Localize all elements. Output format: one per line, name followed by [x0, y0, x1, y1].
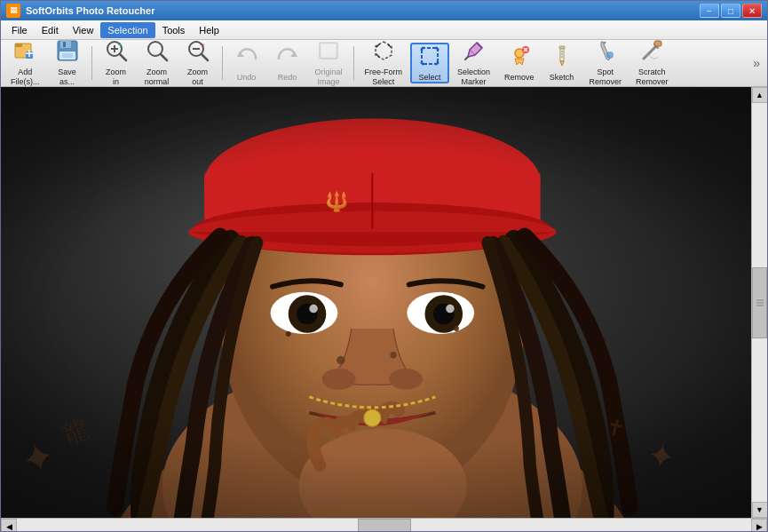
sep-1 [91, 46, 92, 80]
zoom-in-icon: + [105, 39, 128, 66]
maximize-button[interactable]: □ [721, 4, 740, 18]
original-image-label: OriginalImage [315, 67, 343, 87]
save-as-button[interactable]: Saveas... [48, 43, 87, 83]
toolbar: AddFile(s)... Saveas... [1, 40, 767, 87]
svg-rect-1 [15, 44, 22, 47]
undo-icon [235, 44, 258, 71]
spot-remover-icon [594, 39, 617, 66]
selection-marker-button[interactable]: SelectionMarker [451, 43, 496, 83]
svg-rect-7 [63, 42, 66, 47]
add-files-label: AddFile(s)... [11, 67, 40, 87]
original-image-icon [317, 39, 340, 66]
redo-button[interactable]: Redo [268, 43, 307, 83]
content-area: 🔱 [1, 87, 767, 518]
svg-line-16 [161, 54, 167, 60]
svg-line-19 [202, 54, 208, 60]
svg-rect-9 [62, 53, 73, 58]
scroll-track-horizontal[interactable] [17, 519, 751, 532]
zoom-normal-button[interactable]: Zoomnormal [138, 43, 177, 83]
canvas-image: 🔱 [1, 87, 751, 518]
menu-file[interactable]: File [4, 22, 35, 38]
undo-button[interactable]: Undo [227, 43, 266, 83]
sketch-button[interactable]: Sketch [542, 43, 582, 83]
select-label: Select [419, 73, 441, 83]
scroll-thumb-vertical[interactable] [752, 267, 767, 338]
svg-rect-24 [321, 44, 336, 57]
scratch-remover-button[interactable]: ScratchRemover [629, 43, 675, 83]
sketch-label: Sketch [550, 73, 574, 83]
svg-line-13 [120, 54, 126, 60]
save-as-label: Saveas... [58, 67, 76, 87]
menu-edit[interactable]: Edit [35, 22, 66, 38]
scroll-grip [756, 299, 764, 306]
scroll-down-button[interactable]: ▼ [752, 502, 768, 518]
menu-selection[interactable]: Selection [100, 22, 154, 38]
zoom-normal-label: Zoomnormal [145, 67, 170, 87]
app-title: SoftOrbits Photo Retoucher [26, 5, 154, 16]
horizontal-scrollbar[interactable]: ◀ ▶ [1, 518, 767, 532]
spot-remover-label: SpotRemover [590, 67, 622, 87]
sep-2 [222, 46, 223, 80]
spot-remover-button[interactable]: SpotRemover [583, 43, 629, 83]
menu-view[interactable]: View [66, 22, 101, 38]
svg-rect-25 [422, 48, 438, 64]
scroll-up-button[interactable]: ▲ [752, 87, 768, 103]
free-form-select-label: Free-FormSelect [365, 67, 403, 87]
photo-canvas[interactable]: 🔱 [1, 87, 751, 518]
sketch-icon [550, 44, 574, 71]
zoom-in-label: Zoomin [106, 67, 126, 87]
select-icon [418, 44, 441, 71]
svg-text:−: − [200, 40, 204, 49]
zoom-out-button[interactable]: − Zoomout [178, 43, 218, 83]
close-button[interactable]: ✕ [742, 4, 762, 18]
scroll-left-button[interactable]: ◀ [1, 519, 17, 533]
zoom-out-icon: − [186, 39, 210, 66]
undo-label: Undo [237, 73, 257, 83]
title-bar: 🖼 SoftOrbits Photo Retoucher − □ ✕ [1, 1, 767, 20]
toolbar-expand[interactable]: » [749, 54, 764, 72]
save-as-icon [56, 39, 79, 66]
svg-rect-45 [654, 41, 661, 46]
original-image-button[interactable]: OriginalImage [309, 43, 349, 83]
add-files-button[interactable]: AddFile(s)... [4, 43, 46, 83]
menu-bar: File Edit View Selection Tools Help [1, 20, 767, 40]
select-button[interactable]: Select [410, 43, 449, 83]
scroll-right-button[interactable]: ▶ [751, 519, 767, 533]
remove-label: Remove [504, 73, 534, 83]
add-files-icon [13, 39, 36, 66]
scroll-thumb-horizontal[interactable] [358, 519, 411, 532]
redo-icon [276, 44, 299, 71]
app-icon: 🖼 [6, 4, 20, 18]
zoom-in-button[interactable]: + Zoomin [97, 43, 136, 83]
svg-text:+: + [118, 41, 123, 49]
minimize-button[interactable]: − [700, 4, 719, 18]
sep-3 [353, 46, 354, 80]
scratch-remover-label: ScratchRemover [636, 67, 669, 87]
selection-marker-label: SelectionMarker [457, 67, 490, 87]
menu-help[interactable]: Help [192, 22, 226, 38]
free-form-select-button[interactable]: Free-FormSelect [359, 43, 409, 83]
zoom-out-label: Zoomout [187, 67, 208, 87]
window-controls: − □ ✕ [700, 4, 762, 18]
scratch-remover-icon [640, 39, 663, 66]
zoom-normal-icon [146, 39, 169, 66]
remove-button[interactable]: Remove [498, 43, 541, 83]
svg-marker-40 [560, 61, 564, 66]
vertical-scrollbar[interactable]: ▲ ▼ [751, 87, 767, 518]
scroll-track-vertical[interactable] [752, 103, 767, 502]
redo-label: Redo [278, 73, 297, 83]
remove-icon [508, 44, 531, 71]
free-form-select-icon [372, 39, 395, 66]
svg-point-44 [606, 52, 614, 59]
svg-rect-78 [1, 87, 751, 518]
menu-tools[interactable]: Tools [155, 22, 193, 38]
selection-marker-icon [463, 39, 486, 66]
